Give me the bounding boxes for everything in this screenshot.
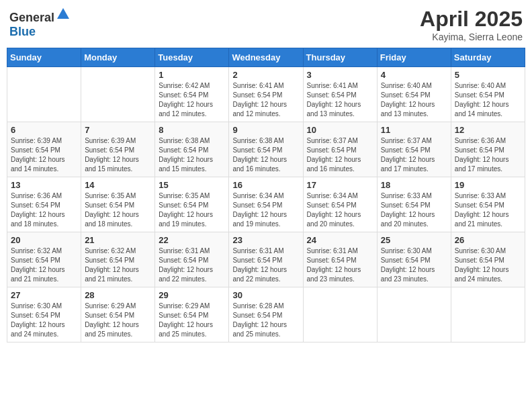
calendar-cell: 9Sunrise: 6:38 AM Sunset: 6:54 PM Daylig… [229, 122, 303, 177]
calendar-week-row: 1Sunrise: 6:42 AM Sunset: 6:54 PM Daylig… [7, 67, 525, 122]
day-info: Sunrise: 6:42 AM Sunset: 6:54 PM Dayligh… [159, 81, 225, 119]
logo-blue: Blue [9, 25, 36, 38]
calendar-cell: 2Sunrise: 6:41 AM Sunset: 6:54 PM Daylig… [229, 67, 303, 122]
day-info: Sunrise: 6:37 AM Sunset: 6:54 PM Dayligh… [381, 136, 447, 174]
day-number: 28 [85, 290, 151, 300]
calendar-cell: 27Sunrise: 6:30 AM Sunset: 6:54 PM Dayli… [7, 287, 81, 342]
page-header: General Blue April 2025 Kayima, Sierra L… [7, 7, 525, 42]
day-info: Sunrise: 6:36 AM Sunset: 6:54 PM Dayligh… [11, 191, 77, 229]
location: Kayima, Sierra Leone [420, 32, 523, 42]
day-number: 25 [381, 235, 447, 245]
day-number: 3 [307, 70, 373, 80]
day-header-sunday: Sunday [7, 48, 81, 67]
logo-general: General [9, 11, 54, 24]
day-header-monday: Monday [81, 48, 155, 67]
calendar-cell: 26Sunrise: 6:30 AM Sunset: 6:54 PM Dayli… [451, 232, 525, 287]
day-info: Sunrise: 6:39 AM Sunset: 6:54 PM Dayligh… [85, 136, 151, 174]
calendar-cell [81, 67, 155, 122]
day-number: 21 [85, 235, 151, 245]
day-info: Sunrise: 6:28 AM Sunset: 6:54 PM Dayligh… [232, 302, 299, 339]
calendar-week-row: 20Sunrise: 6:32 AM Sunset: 6:54 PM Dayli… [7, 232, 525, 287]
calendar-header-row: SundayMondayTuesdayWednesdayThursdayFrid… [7, 48, 525, 67]
calendar-cell: 8Sunrise: 6:38 AM Sunset: 6:54 PM Daylig… [155, 122, 229, 177]
day-info: Sunrise: 6:35 AM Sunset: 6:54 PM Dayligh… [85, 191, 151, 229]
calendar-cell: 10Sunrise: 6:37 AM Sunset: 6:54 PM Dayli… [303, 122, 377, 177]
calendar-cell: 17Sunrise: 6:34 AM Sunset: 6:54 PM Dayli… [303, 177, 377, 232]
day-info: Sunrise: 6:31 AM Sunset: 6:54 PM Dayligh… [232, 246, 299, 284]
calendar-cell: 16Sunrise: 6:34 AM Sunset: 6:54 PM Dayli… [229, 177, 303, 232]
day-info: Sunrise: 6:30 AM Sunset: 6:54 PM Dayligh… [381, 246, 447, 284]
calendar-cell: 29Sunrise: 6:29 AM Sunset: 6:54 PM Dayli… [155, 287, 229, 342]
day-number: 1 [159, 70, 225, 80]
day-number: 9 [232, 125, 299, 135]
day-number: 5 [455, 70, 521, 80]
day-number: 22 [159, 235, 225, 245]
day-info: Sunrise: 6:41 AM Sunset: 6:54 PM Dayligh… [307, 81, 373, 119]
day-number: 14 [85, 180, 151, 190]
day-header-saturday: Saturday [451, 48, 525, 67]
day-number: 15 [159, 180, 225, 190]
day-number: 7 [85, 125, 151, 135]
month-title: April 2025 [420, 7, 523, 32]
day-info: Sunrise: 6:33 AM Sunset: 6:54 PM Dayligh… [455, 191, 521, 229]
calendar-week-row: 6Sunrise: 6:39 AM Sunset: 6:54 PM Daylig… [7, 122, 525, 177]
day-header-thursday: Thursday [303, 48, 377, 67]
day-info: Sunrise: 6:35 AM Sunset: 6:54 PM Dayligh… [159, 191, 225, 229]
day-info: Sunrise: 6:29 AM Sunset: 6:54 PM Dayligh… [85, 302, 151, 339]
day-number: 23 [232, 235, 299, 245]
day-info: Sunrise: 6:31 AM Sunset: 6:54 PM Dayligh… [307, 246, 373, 284]
calendar-cell: 25Sunrise: 6:30 AM Sunset: 6:54 PM Dayli… [377, 232, 451, 287]
calendar-cell: 12Sunrise: 6:36 AM Sunset: 6:54 PM Dayli… [451, 122, 525, 177]
calendar-table: SundayMondayTuesdayWednesdayThursdayFrid… [7, 48, 525, 342]
calendar-cell: 3Sunrise: 6:41 AM Sunset: 6:54 PM Daylig… [303, 67, 377, 122]
day-number: 30 [232, 290, 299, 300]
calendar-cell: 1Sunrise: 6:42 AM Sunset: 6:54 PM Daylig… [155, 67, 229, 122]
day-number: 27 [11, 290, 77, 300]
day-info: Sunrise: 6:32 AM Sunset: 6:54 PM Dayligh… [85, 246, 151, 284]
calendar-cell: 14Sunrise: 6:35 AM Sunset: 6:54 PM Dayli… [81, 177, 155, 232]
calendar-cell: 28Sunrise: 6:29 AM Sunset: 6:54 PM Dayli… [81, 287, 155, 342]
day-number: 4 [381, 70, 447, 80]
calendar-cell: 6Sunrise: 6:39 AM Sunset: 6:54 PM Daylig… [7, 122, 81, 177]
day-number: 6 [11, 125, 77, 135]
day-info: Sunrise: 6:34 AM Sunset: 6:54 PM Dayligh… [307, 191, 373, 229]
logo: General Blue [9, 7, 71, 39]
calendar-cell: 30Sunrise: 6:28 AM Sunset: 6:54 PM Dayli… [229, 287, 303, 342]
day-number: 29 [159, 290, 225, 300]
calendar-week-row: 13Sunrise: 6:36 AM Sunset: 6:54 PM Dayli… [7, 177, 525, 232]
calendar-cell: 4Sunrise: 6:40 AM Sunset: 6:54 PM Daylig… [377, 67, 451, 122]
day-header-friday: Friday [377, 48, 451, 67]
calendar-cell: 23Sunrise: 6:31 AM Sunset: 6:54 PM Dayli… [229, 232, 303, 287]
day-header-wednesday: Wednesday [229, 48, 303, 67]
day-info: Sunrise: 6:30 AM Sunset: 6:54 PM Dayligh… [11, 302, 77, 339]
calendar-cell [377, 287, 451, 342]
calendar-cell: 22Sunrise: 6:31 AM Sunset: 6:54 PM Dayli… [155, 232, 229, 287]
day-info: Sunrise: 6:34 AM Sunset: 6:54 PM Dayligh… [232, 191, 299, 229]
day-header-tuesday: Tuesday [155, 48, 229, 67]
calendar-cell: 7Sunrise: 6:39 AM Sunset: 6:54 PM Daylig… [81, 122, 155, 177]
day-number: 19 [455, 180, 521, 190]
day-number: 24 [307, 235, 373, 245]
title-section: April 2025 Kayima, Sierra Leone [420, 7, 523, 42]
day-info: Sunrise: 6:33 AM Sunset: 6:54 PM Dayligh… [381, 191, 447, 229]
day-info: Sunrise: 6:31 AM Sunset: 6:54 PM Dayligh… [159, 246, 225, 284]
day-info: Sunrise: 6:30 AM Sunset: 6:54 PM Dayligh… [455, 246, 521, 284]
day-info: Sunrise: 6:38 AM Sunset: 6:54 PM Dayligh… [232, 136, 299, 174]
day-number: 16 [232, 180, 299, 190]
day-number: 26 [455, 235, 521, 245]
day-number: 10 [307, 125, 373, 135]
day-info: Sunrise: 6:41 AM Sunset: 6:54 PM Dayligh… [232, 81, 299, 119]
day-info: Sunrise: 6:29 AM Sunset: 6:54 PM Dayligh… [159, 302, 225, 339]
day-number: 12 [455, 125, 521, 135]
day-number: 8 [159, 125, 225, 135]
day-info: Sunrise: 6:37 AM Sunset: 6:54 PM Dayligh… [307, 136, 373, 174]
day-number: 20 [11, 235, 77, 245]
calendar-cell: 19Sunrise: 6:33 AM Sunset: 6:54 PM Dayli… [451, 177, 525, 232]
calendar-cell: 15Sunrise: 6:35 AM Sunset: 6:54 PM Dayli… [155, 177, 229, 232]
day-info: Sunrise: 6:40 AM Sunset: 6:54 PM Dayligh… [381, 81, 447, 119]
day-number: 2 [232, 70, 299, 80]
logo-icon [56, 7, 71, 21]
day-info: Sunrise: 6:39 AM Sunset: 6:54 PM Dayligh… [11, 136, 77, 174]
calendar-week-row: 27Sunrise: 6:30 AM Sunset: 6:54 PM Dayli… [7, 287, 525, 342]
calendar-cell [451, 287, 525, 342]
